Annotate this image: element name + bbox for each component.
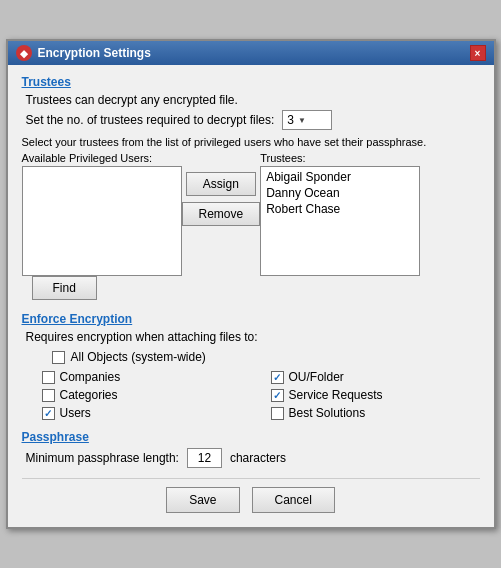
assign-remove-buttons: Assign Remove: [182, 152, 261, 226]
best-solutions-label: Best Solutions: [289, 406, 366, 420]
trustees-count-value: 3: [287, 113, 294, 127]
enforce-description: Requires encryption when attaching files…: [26, 330, 480, 344]
title-bar-left: ◆ Encryption Settings: [16, 45, 151, 61]
remove-button[interactable]: Remove: [182, 202, 261, 226]
users-checkbox[interactable]: [42, 407, 55, 420]
users-label: Users: [60, 406, 91, 420]
passphrase-row: Minimum passphrase length: characters: [26, 448, 480, 468]
trustees-count-dropdown[interactable]: 3 ▼: [282, 110, 332, 130]
bottom-buttons: Save Cancel: [22, 478, 480, 517]
trustees-count-label: Set the no. of trustees required to decr…: [26, 113, 275, 127]
companies-label: Companies: [60, 370, 121, 384]
passphrase-input[interactable]: [187, 448, 222, 468]
lists-row: Available Privileged Users: Assign Remov…: [22, 152, 480, 276]
passphrase-section: Passphrase Minimum passphrase length: ch…: [22, 430, 480, 468]
trustees-description: Trustees can decrypt any encrypted file.: [26, 93, 480, 107]
dropdown-arrow-icon: ▼: [298, 116, 306, 125]
trustees-section-title: Trustees: [22, 75, 480, 89]
title-bar: ◆ Encryption Settings ×: [8, 41, 494, 65]
available-users-label: Available Privileged Users:: [22, 152, 182, 164]
enforce-section-title: Enforce Encryption: [22, 312, 480, 326]
ou-folder-label: OU/Folder: [289, 370, 344, 384]
trustee-item-2[interactable]: Robert Chase: [263, 201, 417, 217]
passphrase-section-title: Passphrase: [22, 430, 480, 444]
trustees-list-section: Trustees: Abigail Sponder Danny Ocean Ro…: [260, 152, 420, 276]
trustee-item-1[interactable]: Danny Ocean: [263, 185, 417, 201]
best-solutions-checkbox[interactable]: [271, 407, 284, 420]
dialog-title: Encryption Settings: [38, 46, 151, 60]
all-objects-label: All Objects (system-wide): [71, 350, 206, 364]
find-button[interactable]: Find: [32, 276, 97, 300]
all-objects-checkbox[interactable]: [52, 351, 65, 364]
categories-checkbox[interactable]: [42, 389, 55, 402]
save-button[interactable]: Save: [166, 487, 239, 513]
app-icon: ◆: [16, 45, 32, 61]
service-requests-checkbox[interactable]: [271, 389, 284, 402]
cancel-button[interactable]: Cancel: [252, 487, 335, 513]
available-users-listbox[interactable]: [22, 166, 182, 276]
all-objects-row: All Objects (system-wide): [52, 350, 480, 364]
trustees-section: Trustees Trustees can decrypt any encryp…: [22, 75, 480, 300]
trustees-list-label: Trustees:: [260, 152, 420, 164]
passphrase-suffix: characters: [230, 451, 286, 465]
service-requests-label: Service Requests: [289, 388, 383, 402]
trustee-item-0[interactable]: Abigail Sponder: [263, 169, 417, 185]
available-users-section: Available Privileged Users:: [22, 152, 182, 276]
companies-checkbox[interactable]: [42, 371, 55, 384]
assign-button[interactable]: Assign: [186, 172, 256, 196]
encryption-settings-dialog: ◆ Encryption Settings × Trustees Trustee…: [6, 39, 496, 529]
dialog-content: Trustees Trustees can decrypt any encryp…: [8, 65, 494, 527]
service-requests-checkbox-row: Service Requests: [271, 388, 480, 402]
enforce-checkboxes-grid: Companies OU/Folder Categories Service R…: [42, 370, 480, 420]
ou-folder-checkbox[interactable]: [271, 371, 284, 384]
categories-checkbox-row: Categories: [42, 388, 251, 402]
find-row: Find: [32, 276, 480, 300]
privileged-users-label: Select your trustees from the list of pr…: [22, 136, 480, 148]
passphrase-label: Minimum passphrase length:: [26, 451, 179, 465]
companies-checkbox-row: Companies: [42, 370, 251, 384]
users-checkbox-row: Users: [42, 406, 251, 420]
trustees-listbox[interactable]: Abigail Sponder Danny Ocean Robert Chase: [260, 166, 420, 276]
ou-folder-checkbox-row: OU/Folder: [271, 370, 480, 384]
close-button[interactable]: ×: [470, 45, 486, 61]
trustees-count-row: Set the no. of trustees required to decr…: [26, 110, 480, 130]
categories-label: Categories: [60, 388, 118, 402]
enforce-section: Enforce Encryption Requires encryption w…: [22, 312, 480, 420]
best-solutions-checkbox-row: Best Solutions: [271, 406, 480, 420]
